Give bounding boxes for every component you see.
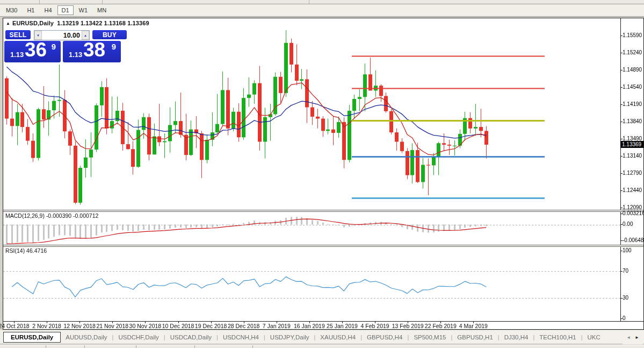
toolbar-separator [39, 0, 40, 4]
date-axis-label: 21 Nov 2018 [97, 323, 129, 329]
symbol-tab-bar: EURUSD,DailyAUDUSD,Daily|USDCHF,Daily|US… [0, 330, 644, 344]
rsi-label: RSI(14) 46.4716 [5, 247, 47, 254]
price-scale-label: 1.13490 [623, 136, 642, 141]
price-scale-label: 1.14540 [623, 84, 642, 90]
macd-values: -0.000390 -0.000712 [46, 212, 99, 219]
top-toolbar-remnant [0, 0, 644, 4]
axis-border [3, 321, 643, 322]
symbol-tab-usdcnh-h4[interactable]: USDCNH,H4 [218, 332, 264, 343]
price-scale-label: 1.14890 [623, 67, 642, 73]
current-price-tag: 1.13369 [620, 141, 643, 148]
price-scale-label: 1.12090 [623, 204, 642, 210]
symbol-tab-gbpusd-h1[interactable]: GBPUSD,H1 [452, 332, 497, 343]
timeframe-toolbar: M30H1H4D1W1MN [0, 4, 644, 17]
symbol-tab-sp500-m15[interactable]: SP500,M15 [409, 332, 451, 343]
date-axis-label: 25 Jan 2019 [327, 323, 358, 329]
macd-splitter[interactable] [3, 210, 643, 212]
collapse-triangle-icon[interactable]: ▲ [6, 21, 10, 26]
macd-scale-label: 0.00 [623, 221, 633, 227]
timeframe-button-m30[interactable]: M30 [2, 5, 21, 15]
sell-price-box[interactable]: 1.13 36 9 [4, 41, 61, 62]
timeframe-button-h1[interactable]: H1 [23, 5, 39, 15]
date-axis-label: 16 Jan 2019 [294, 323, 325, 329]
symbol-tab-gbpusd-h4[interactable]: GBPUSD,H4 [362, 332, 407, 343]
rsi-scale-label: 0 [623, 315, 626, 321]
date-axis-label: 7 Jan 2019 [263, 323, 291, 329]
symbol-tab-xauusd-h4[interactable]: XAUUSD,H4 [315, 332, 360, 343]
tab-scroll-right-icon[interactable]: ► [633, 335, 641, 340]
date-axis-label: 30 Nov 2018 [129, 323, 162, 329]
statusbar-separator [46, 345, 46, 348]
toolbar-separator [309, 0, 309, 4]
date-axis-label: 19 Dec 2018 [195, 323, 227, 329]
tab-scroll-left-icon[interactable]: ◄ [624, 335, 633, 340]
symbol-tab-dj30-h4[interactable]: DJ30,H4 [500, 332, 533, 343]
statusbar-separator [136, 345, 136, 348]
price-scale-label: 1.13840 [623, 118, 642, 124]
rsi-scale-label: 30 [623, 295, 628, 301]
symbol-tab-tech100-h1[interactable]: TECH100,H1 [534, 332, 581, 343]
price-scale-label: 1.15590 [623, 32, 642, 38]
chart-canvas[interactable] [3, 18, 643, 329]
date-axis-label: 4 Mar 2019 [459, 323, 488, 329]
buy-button[interactable]: BUY [92, 30, 127, 39]
statusbar-separator [194, 345, 195, 348]
bottom-statusbar-remnant [0, 345, 644, 348]
tab-scroll-arrows: ◄ ► [623, 330, 643, 344]
timeframe-button-w1[interactable]: W1 [75, 5, 92, 15]
macd-name: MACD(12,26,9) [5, 212, 45, 219]
symbol-tab-usdcad-daily[interactable]: USDCAD,Daily [165, 332, 216, 343]
ohlc-header: ▲EURUSD,Daily 1.13219 1.13422 1.13168 1.… [6, 20, 149, 26]
close-value: 1.13369 [127, 20, 149, 26]
sell-price-sup: 9 [52, 42, 56, 51]
rsi-scale-label: 70 [623, 268, 628, 274]
high-value: 1.13422 [81, 20, 102, 26]
timeframe-button-d1[interactable]: D1 [57, 5, 74, 15]
price-scale-label: 1.12440 [623, 187, 642, 193]
price-scale-label: 1.12790 [623, 170, 642, 176]
rsi-name: RSI(14) [5, 247, 25, 254]
open-value: 1.13219 [57, 20, 78, 26]
price-scale-label: 1.14190 [623, 101, 642, 107]
date-axis-label: 28 Dec 2018 [228, 323, 260, 329]
symbol-tab-usdchf-daily[interactable]: USDCHF,Daily [113, 332, 163, 343]
buy-price-sup: 9 [112, 42, 116, 51]
statusbar-separator [84, 345, 85, 348]
chart-window: ▲EURUSD,Daily 1.13219 1.13422 1.13168 1.… [3, 18, 644, 330]
buy-price-big: 38 [83, 39, 105, 61]
symbol-period-label: EURUSD,Daily [12, 20, 54, 26]
symbol-tab-eurusd-daily[interactable]: EURUSD,Daily [3, 332, 61, 343]
sell-price-big: 36 [25, 39, 47, 61]
buy-price-prefix: 1.13 [69, 51, 82, 59]
buy-price-box[interactable]: 1.13 38 9 [63, 41, 121, 62]
macd-label: MACD(12,26,9) -0.000390 -0.000712 [5, 212, 98, 219]
date-axis-label: 12 Nov 2018 [63, 323, 96, 329]
date-axis-label: 24 Oct 2018 [0, 323, 30, 329]
symbol-tab-ukc[interactable]: UKC [583, 332, 605, 343]
low-value: 1.13168 [104, 20, 126, 26]
date-axis-label: 10 Dec 2018 [162, 323, 194, 329]
arrow-up-icon: ▲ [84, 34, 87, 37]
toolbar-separator [102, 0, 103, 4]
sell-price-prefix: 1.13 [10, 51, 24, 59]
date-axis-label: 2 Nov 2018 [32, 323, 61, 329]
symbol-tab-audusd-daily[interactable]: AUDUSD,Daily [61, 332, 112, 343]
price-scale-label: 1.13140 [623, 153, 642, 159]
date-axis-label: 4 Feb 2019 [361, 323, 389, 329]
timeframe-button-h4[interactable]: H4 [40, 5, 56, 15]
price-scale-label: 1.15240 [623, 49, 642, 55]
symbol-tab-usdjpy-daily[interactable]: USDJPY,Daily [265, 332, 314, 343]
rsi-scale-label: 100 [623, 247, 632, 253]
macd-scale-label: 0.003216 [623, 210, 644, 216]
date-axis-label: 13 Feb 2019 [392, 323, 424, 329]
date-axis-label: 22 Feb 2019 [425, 323, 457, 329]
macd-scale-label: -0.006485 [623, 237, 644, 243]
rsi-splitter[interactable] [3, 245, 643, 247]
statusbar-separator [252, 345, 253, 348]
timeframe-button-mn[interactable]: MN [93, 5, 111, 15]
rsi-value: 46.4716 [26, 247, 47, 254]
sell-button[interactable]: SELL [5, 30, 31, 39]
volume-input[interactable] [42, 31, 82, 40]
arrow-down-icon: ▼ [37, 34, 40, 37]
